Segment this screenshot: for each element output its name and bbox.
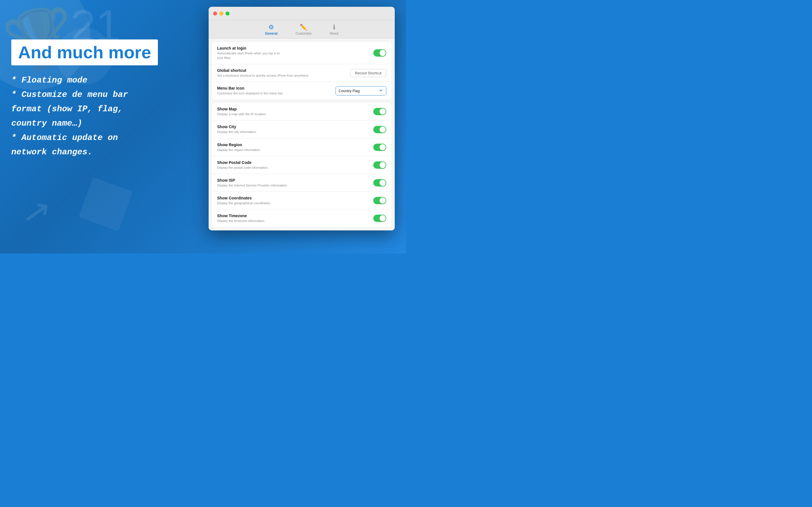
row-show-coordinates: Show Coordinates Display the geographica…: [212, 192, 391, 210]
map-toggle[interactable]: [373, 108, 386, 115]
maximize-button[interactable]: [225, 11, 230, 15]
launch-desc: Automatically start IPeek when you log i…: [217, 51, 373, 60]
tab-bar: ⚙ General ✏️ Customize ℹ About: [209, 20, 395, 39]
bullet-3: format (show IP, flag,: [11, 102, 175, 116]
region-desc: Display the region information.: [217, 148, 373, 152]
menu-bar-desc: Customize the icon displayed in the menu…: [217, 91, 336, 96]
bg-icon-arrow: ↗: [19, 189, 54, 233]
record-shortcut-button[interactable]: Record Shortcut: [350, 69, 386, 77]
launch-toggle[interactable]: [373, 49, 386, 57]
city-info: Show City Display the city information.: [217, 124, 373, 134]
dropdown-arrow-icon: [378, 88, 383, 94]
bullet-2: * Customize de menu bar: [11, 88, 175, 102]
top-section: Launch at login Automatically start IPee…: [212, 42, 391, 100]
customize-icon: ✏️: [300, 24, 307, 31]
isp-info: Show ISP Display the Internet Service Pr…: [217, 178, 373, 187]
bullet-list: * Floating mode * Customize de menu bar …: [11, 73, 175, 159]
city-toggle[interactable]: [373, 126, 386, 133]
city-title: Show City: [217, 124, 373, 129]
timezone-desc: Display the timezone information.: [217, 219, 373, 223]
isp-desc: Display the Internet Service Provider in…: [217, 183, 373, 187]
row-show-map: Show Map Display a map with the IP locat…: [212, 103, 391, 121]
minimize-button[interactable]: [219, 11, 223, 15]
tab-general[interactable]: ⚙ General: [256, 22, 287, 38]
bullet-5: * Automatic update on: [11, 131, 175, 145]
row-global-shortcut: Global shortcut Set a keyboard shortcut …: [212, 64, 391, 82]
tab-about[interactable]: ℹ About: [320, 22, 347, 38]
shortcut-info: Global shortcut Set a keyboard shortcut …: [217, 68, 350, 78]
postal-desc: Display the postal code information.: [217, 165, 373, 170]
headline-box: And much more: [11, 40, 158, 65]
tab-customize[interactable]: ✏️ Customize: [287, 22, 320, 38]
coords-toggle[interactable]: [373, 197, 386, 204]
timezone-toggle[interactable]: [373, 215, 386, 222]
timezone-info: Show Timezone Display the timezone infor…: [217, 214, 373, 223]
map-title: Show Map: [217, 107, 373, 111]
row-show-region: Show Region Display the region informati…: [212, 138, 391, 156]
region-info: Show Region Display the region informati…: [217, 143, 373, 152]
dropdown-value: Country Flag: [339, 89, 359, 93]
shortcut-desc: Set a keyboard shortcut to quickly acces…: [217, 73, 350, 78]
isp-title: Show ISP: [217, 178, 373, 182]
city-desc: Display the city information.: [217, 129, 373, 134]
coords-title: Show Coordinates: [217, 196, 373, 200]
tab-general-label: General: [265, 32, 278, 36]
row-show-isp: Show ISP Display the Internet Service Pr…: [212, 174, 391, 192]
row-launch-at-login: Launch at login Automatically start IPee…: [212, 42, 391, 64]
title-bar: [209, 7, 395, 20]
postal-toggle[interactable]: [373, 161, 386, 169]
bullet-4: country name…): [11, 116, 175, 131]
bullet-1: * Floating mode: [11, 73, 175, 88]
postal-title: Show Postal Code: [217, 160, 373, 165]
menu-bar-title: Menu Bar Icon: [217, 86, 336, 91]
headline-text: And much more: [18, 43, 151, 62]
bottom-section: Show Map Display a map with the IP locat…: [212, 103, 391, 227]
about-icon: ℹ: [333, 24, 335, 31]
close-button[interactable]: [213, 11, 217, 15]
region-toggle[interactable]: [373, 144, 386, 151]
launch-info: Launch at login Automatically start IPee…: [217, 46, 373, 60]
map-desc: Display a map with the IP location.: [217, 112, 373, 116]
window-body: Launch at login Automatically start IPee…: [209, 39, 395, 230]
row-show-city: Show City Display the city information.: [212, 121, 391, 138]
timezone-title: Show Timezone: [217, 214, 373, 218]
map-info: Show Map Display a map with the IP locat…: [217, 107, 373, 116]
settings-window: ⚙ General ✏️ Customize ℹ About Launch at…: [209, 7, 395, 230]
coords-desc: Display the geographical coordinates.: [217, 201, 373, 205]
bullet-6: network changes.: [11, 145, 175, 159]
tab-about-label: About: [329, 32, 338, 36]
left-panel: And much more * Floating mode * Customiz…: [11, 40, 175, 159]
row-show-postal-code: Show Postal Code Display the postal code…: [212, 156, 391, 174]
tab-customize-label: Customize: [296, 32, 312, 36]
coords-info: Show Coordinates Display the geographica…: [217, 196, 373, 205]
region-title: Show Region: [217, 143, 373, 147]
general-icon: ⚙: [268, 24, 274, 31]
isp-toggle[interactable]: [373, 179, 386, 186]
row-show-timezone: Show Timezone Display the timezone infor…: [212, 210, 391, 227]
row-menu-bar-icon: Menu Bar Icon Customize the icon display…: [212, 82, 391, 100]
bg-rect-1: [79, 177, 133, 231]
launch-title: Launch at login: [217, 46, 373, 50]
menu-bar-info: Menu Bar Icon Customize the icon display…: [217, 86, 336, 96]
menu-bar-dropdown[interactable]: Country Flag: [336, 86, 386, 96]
postal-info: Show Postal Code Display the postal code…: [217, 160, 373, 170]
shortcut-title: Global shortcut: [217, 68, 350, 73]
